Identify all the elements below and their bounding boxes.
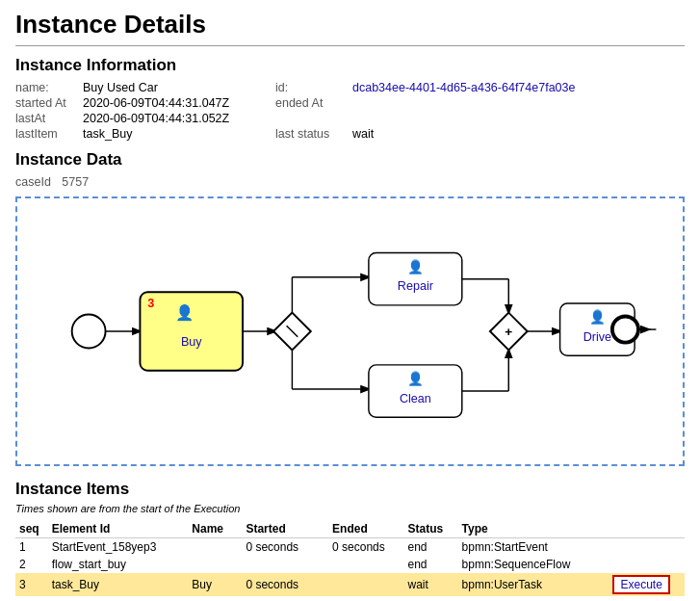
cell-seq: 1 [15,538,48,557]
buy-label: Buy [181,335,202,349]
name-value: Buy Used Car [83,81,275,94]
cell-elementid: StartEvent_158yep3 [48,538,189,557]
ended-label: ended At [275,96,352,110]
col-header-started: Started [242,520,328,538]
col-header-status: Status [404,520,458,538]
bpmn-diagram: 3 👤 Buy 👤 Repair 👤 Clean + [15,196,685,466]
svg-point-0 [72,315,106,349]
col-header-seq: seq [15,520,48,538]
cell-action [609,538,685,557]
cell-action [609,556,685,573]
execute-button[interactable]: Execute [612,575,669,594]
svg-text:+: + [505,325,512,339]
cell-ended: 0 seconds [328,538,403,557]
items-subtitle: Times shown are from the start of the Ex… [15,503,685,514]
instance-data-heading: Instance Data [15,150,685,170]
cell-elementid: task_Buy [48,573,189,596]
cell-elementid: flow_start_buy [48,556,189,573]
cell-ended [328,573,403,596]
name-label: name: [15,81,83,94]
instance-info-heading: Instance Information [15,56,685,75]
cell-status: end [404,556,458,573]
laststatus-label: last status [275,127,352,141]
lastitem-label: lastItem [15,127,83,141]
page-title: Instance Details [15,10,685,39]
cell-seq: 2 [15,556,48,573]
lastat-value: 2020-06-09T04:44:31.052Z [83,112,275,125]
cell-seq: 3 [15,573,48,596]
cell-action: Execute [609,573,685,596]
instance-items-heading: Instance Items [15,480,685,499]
cell-name [188,556,242,573]
cell-ended [328,556,403,573]
col-header-type: Type [458,520,609,538]
table-row: 1StartEvent_158yep30 seconds0 secondsend… [15,538,685,557]
repair-label: Repair [398,279,433,293]
col-header-action [609,520,685,538]
lastitem-value: task_Buy [83,127,275,141]
cell-started: 0 seconds [242,573,328,596]
clean-label: Clean [400,392,431,405]
cell-started [242,556,328,573]
cell-started: 0 seconds [242,538,328,557]
lastat-label: lastAt [15,112,83,125]
col-header-name: Name [188,520,242,538]
caseid-value: 5757 [62,175,89,189]
instance-data-row: caseId 5757 [15,175,685,189]
started-value: 2020-06-09T04:44:31.047Z [83,96,275,110]
cell-name: Buy [188,573,242,596]
laststatus-value: wait [352,127,685,141]
cell-status: end [404,538,458,557]
ended-value [352,96,685,110]
table-row: 3task_BuyBuy0 secondswaitbpmn:UserTaskEx… [15,573,685,596]
col-header-ended: Ended [328,520,403,538]
buy-badge: 3 [147,297,154,310]
svg-text:👤: 👤 [175,303,194,322]
cell-type: bpmn:StartEvent [458,538,609,557]
id-value: dcab34ee-4401-4d65-a436-64f74e7fa03e [352,81,685,94]
svg-text:👤: 👤 [407,259,424,275]
table-row: 2flow_start_buyendbpmn:SequenceFlow [15,556,685,573]
drive-label: Drive [583,330,611,344]
id-label: id: [275,81,352,94]
instance-info-grid: name: Buy Used Car id: dcab34ee-4401-4d6… [15,81,685,141]
bpmn-svg: 3 👤 Buy 👤 Repair 👤 Clean + [29,210,671,453]
svg-text:👤: 👤 [589,309,606,326]
cell-status: wait [404,573,458,596]
started-label: started At [15,96,83,110]
cell-name [188,538,242,557]
col-header-elementid: Element Id [48,520,189,538]
cell-type: bpmn:SequenceFlow [458,556,609,573]
svg-text:👤: 👤 [407,371,424,387]
cell-type: bpmn:UserTask [458,573,609,596]
items-table: seq Element Id Name Started Ended Status… [15,520,685,596]
caseid-label: caseId [15,175,51,189]
svg-point-27 [612,316,638,342]
